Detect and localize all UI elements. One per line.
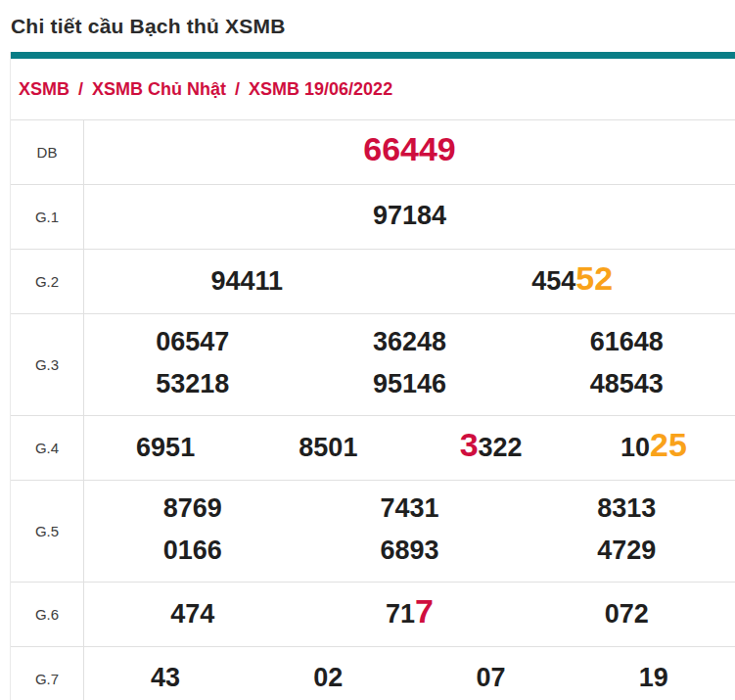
prize-label: G.7 [11, 647, 84, 700]
results-table: DB66449G.197184G.29441145452G.3065473624… [11, 119, 735, 700]
highlighted-digit: 66449 [363, 130, 456, 167]
prize-number: 94411 [84, 262, 410, 303]
page-title: Chi tiết cầu Bạch thủ XSMB [11, 15, 286, 38]
number-segment: 97184 [373, 201, 446, 230]
number-segment: 454 [531, 266, 575, 296]
prize-number: 0166 [84, 532, 301, 573]
breadcrumb-link[interactable]: XSMB 19/06/2022 [249, 79, 392, 100]
page-header: Chi tiết cầu Bạch thủ XSMB [0, 0, 735, 52]
highlighted-digit: 25 [650, 426, 687, 463]
highlighted-digit: 7 [415, 592, 434, 630]
table-row: G.3065473624861648532189514648543 [11, 314, 735, 416]
prize-label: DB [11, 120, 84, 184]
prize-number: 19 [573, 659, 735, 700]
prize-numbers: 66449 [84, 120, 735, 184]
number-segment: 6893 [380, 536, 438, 565]
highlighted-digit: 52 [575, 259, 613, 297]
prize-number: 8501 [247, 429, 409, 470]
number-segment: 8313 [597, 493, 656, 523]
number-segment: 19 [639, 663, 668, 692]
prize-numbers: 065473624861648532189514648543 [84, 314, 735, 415]
number-segment: 02 [313, 663, 343, 692]
prize-number: 97184 [84, 197, 735, 238]
prize-number: 7431 [301, 490, 519, 531]
prize-number: 1025 [573, 426, 735, 470]
accent-bar [11, 52, 735, 59]
number-segment: 7431 [380, 493, 438, 523]
number-segment: 36248 [373, 327, 446, 356]
number-segment: 4729 [597, 536, 656, 565]
table-row: G.743020719 [11, 647, 735, 700]
prize-numbers: 43020719 [84, 647, 735, 700]
table-row: G.5876974318313016668934729 [11, 481, 735, 583]
prize-number: 4729 [518, 532, 735, 573]
table-row: G.46951850133221025 [11, 416, 735, 481]
table-row: G.6474717072 [11, 583, 735, 647]
prize-number: 61648 [518, 323, 735, 364]
prize-number: 95146 [301, 365, 519, 406]
prize-numbers: 9441145452 [84, 250, 735, 313]
prize-number: 06547 [84, 323, 301, 364]
number-segment: 06547 [156, 327, 229, 356]
breadcrumb: XSMB/XSMB Chủ Nhật/XSMB 19/06/2022 [11, 59, 735, 119]
prize-number: 53218 [84, 365, 301, 406]
prize-number: 02 [247, 659, 409, 700]
prize-number: 717 [301, 592, 519, 636]
prize-label: G.3 [11, 314, 84, 415]
number-segment: 8501 [299, 433, 357, 462]
highlighted-digit: 3 [460, 426, 479, 463]
table-row: G.197184 [11, 185, 735, 250]
breadcrumb-link[interactable]: XSMB Chủ Nhật [92, 79, 226, 100]
number-segment: 6951 [136, 433, 195, 462]
prize-number: 6893 [301, 532, 519, 573]
number-segment: 53218 [156, 369, 229, 398]
number-segment: 10 [620, 433, 650, 462]
number-segment: 07 [477, 663, 506, 692]
prize-label: G.6 [11, 583, 84, 646]
prize-label: G.2 [11, 250, 84, 313]
prize-label: G.1 [11, 185, 84, 249]
prize-numbers: 6951850133221025 [84, 416, 735, 480]
number-segment: 95146 [373, 369, 446, 398]
prize-number: 3322 [410, 426, 573, 470]
number-segment: 8769 [163, 493, 222, 523]
prize-number: 8313 [518, 490, 735, 531]
number-segment: 94411 [210, 266, 283, 296]
prize-number: 45452 [410, 259, 735, 303]
number-segment: 48543 [590, 369, 664, 398]
number-segment: 474 [170, 599, 214, 629]
prize-numbers: 876974318313016668934729 [84, 481, 735, 582]
content-panel: XSMB/XSMB Chủ Nhật/XSMB 19/06/2022 DB664… [10, 52, 735, 700]
prize-number: 8769 [84, 490, 301, 531]
prize-numbers: 97184 [84, 185, 735, 249]
prize-number: 6951 [84, 429, 247, 470]
prize-number: 474 [84, 595, 301, 636]
prize-label: G.4 [11, 416, 84, 480]
table-row: G.29441145452 [11, 250, 735, 314]
prize-number: 43 [84, 659, 247, 700]
breadcrumb-link[interactable]: XSMB [19, 79, 69, 100]
prize-numbers: 474717072 [84, 583, 735, 646]
prize-number: 48543 [518, 365, 735, 406]
breadcrumb-separator: / [235, 79, 240, 100]
prize-number: 36248 [301, 323, 519, 364]
prize-number: 07 [410, 659, 573, 700]
number-segment: 71 [386, 599, 415, 629]
table-row: DB66449 [11, 120, 735, 185]
number-segment: 322 [479, 433, 523, 462]
prize-number: 66449 [84, 130, 735, 174]
number-segment: 61648 [590, 327, 664, 356]
number-segment: 072 [605, 599, 649, 629]
prize-number: 072 [518, 595, 735, 636]
prize-label: G.5 [11, 481, 84, 582]
breadcrumb-separator: / [78, 79, 83, 100]
number-segment: 0166 [163, 536, 222, 565]
number-segment: 43 [151, 663, 180, 692]
